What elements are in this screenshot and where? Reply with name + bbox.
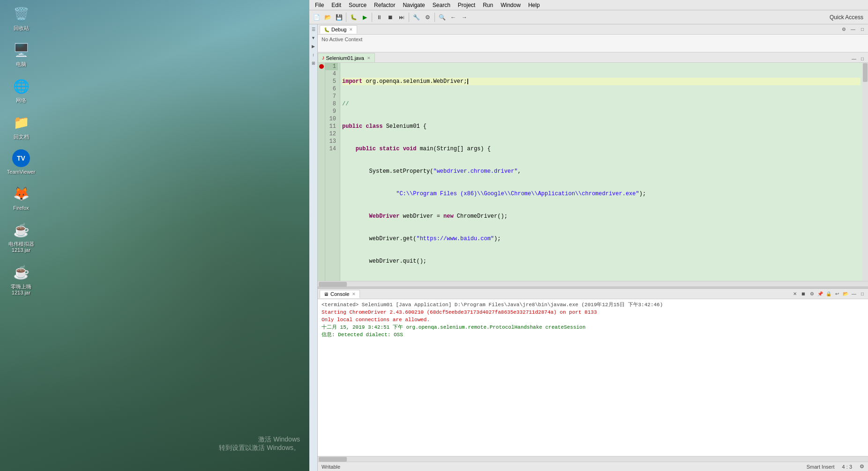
console-tab-left: 🖥 Console ✕: [320, 290, 360, 298]
editor-tab-selenium[interactable]: J Selenium01.java ✕: [318, 53, 375, 62]
debug-tab-label: Debug: [331, 27, 346, 32]
toolbar-btn-c[interactable]: ⏭: [397, 12, 407, 22]
desktop-background: [0, 0, 309, 471]
menu-navigate[interactable]: Navigate: [399, 1, 428, 9]
line-numbers: 1 4 5 6 7 8 9 10 11 12 13 14: [325, 63, 340, 281]
console-tab-bar: 🖥 Console ✕ ✕ ⏹ ⚙ 📌 🔒 ↩ 📂 —: [318, 289, 868, 299]
ide-main: 🐛 Debug ✕ ⚙ — □ No Active Context: [318, 24, 868, 471]
debug-panel: 🐛 Debug ✕ ⚙ — □ No Active Context: [318, 24, 868, 52]
toolbar-btn-h[interactable]: →: [459, 12, 470, 22]
debug-settings-btn[interactable]: ⚙: [840, 26, 847, 33]
firefox-icon: 🦊: [12, 184, 30, 203]
java1-label: 电伟模拟器1213.jar: [8, 241, 34, 253]
editor-tab-label: Selenium01.java: [326, 55, 364, 61]
java-file-icon: J: [322, 56, 324, 60]
console-tab-label: Console: [330, 291, 349, 297]
sidebar-btn-3[interactable]: ▶: [310, 43, 317, 50]
console-maximize-btn[interactable]: □: [859, 290, 866, 298]
debug-tab-close[interactable]: ✕: [349, 27, 353, 32]
debug-tab[interactable]: 🐛 Debug ✕: [320, 25, 357, 34]
desktop-icon-firefox[interactable]: 🦊 Firefox: [5, 184, 37, 211]
line-num-9: 9: [325, 108, 338, 115]
desktop-icon-computer[interactable]: 🖥️ 电脑: [5, 41, 37, 67]
code-line-11: webDriver.quit();: [342, 258, 861, 265]
status-settings-icon[interactable]: ⚙: [860, 464, 864, 470]
editor-h-scrollbar-thumb[interactable]: [319, 282, 347, 287]
firefox-label: Firefox: [13, 205, 29, 211]
menu-search[interactable]: Search: [429, 1, 454, 9]
editor-scrollbar-thumb[interactable]: [863, 63, 868, 82]
console-word-wrap-btn[interactable]: ↩: [833, 290, 841, 298]
console-tab-close[interactable]: ✕: [352, 292, 356, 296]
toolbar-btn-a[interactable]: ⏸: [374, 12, 384, 22]
status-position: 4 : 3: [842, 464, 852, 470]
toolbar-sep-1: [346, 13, 346, 22]
desktop-icon-network[interactable]: 🌐 网络: [5, 77, 37, 103]
computer-icon: 🖥️: [12, 41, 30, 59]
toolbar-sep-3: [409, 13, 409, 22]
menu-run[interactable]: Run: [479, 1, 497, 9]
console-settings-btn[interactable]: ⚙: [808, 290, 816, 298]
toolbar-run-btn[interactable]: ▶: [359, 12, 370, 22]
desktop-icon-java1[interactable]: ☕ 电伟模拟器1213.jar: [5, 221, 37, 253]
debug-tab-bar: 🐛 Debug ✕ ⚙ — □: [318, 24, 868, 35]
toolbar-btn-d[interactable]: 🔧: [411, 12, 421, 22]
code-editor[interactable]: 1 4 5 6 7 8 9 10 11 12 13 14 import org: [318, 63, 868, 281]
menu-project[interactable]: Project: [454, 1, 479, 9]
console-minimize-btn[interactable]: —: [850, 290, 858, 298]
toolbar-new-btn[interactable]: 📄: [311, 12, 322, 22]
toolbar-btn-e[interactable]: ⚙: [422, 12, 433, 22]
desktop-icon-java2[interactable]: ☕ 零嗨上嗨1213.jar: [5, 263, 37, 296]
debug-no-context: No Active Context: [322, 37, 362, 42]
sidebar-btn-4[interactable]: ↕: [310, 52, 317, 58]
line-num-1: 1: [325, 63, 338, 70]
console-scroll-lock-btn[interactable]: 🔒: [825, 290, 832, 298]
console-stop-btn[interactable]: ⏹: [800, 290, 807, 298]
desktop-icon-teamviewer[interactable]: TV TeamViewer: [5, 149, 37, 175]
desktop-icon-docs[interactable]: 📁 回文档: [5, 113, 37, 140]
line-num-8: 8: [325, 100, 338, 108]
network-label: 网络: [16, 97, 26, 103]
sidebar-btn-5[interactable]: ⊞: [310, 60, 317, 66]
sidebar-btn-1[interactable]: ☰: [310, 26, 317, 33]
toolbar-save-btn[interactable]: 💾: [334, 12, 344, 22]
java2-label: 零嗨上嗨1213.jar: [11, 284, 31, 296]
code-line-8: "C:\\Program Files (x86)\\Google\\Chrome…: [342, 190, 861, 198]
menu-source[interactable]: Source: [345, 1, 370, 9]
console-tab[interactable]: 🖥 Console ✕: [320, 290, 360, 298]
editor-maximize-btn[interactable]: □: [859, 55, 866, 62]
menu-edit[interactable]: Edit: [328, 1, 345, 9]
line-num-11: 11: [325, 123, 338, 130]
desktop-icon-recycle[interactable]: 🗑️ 回收站: [5, 5, 37, 31]
toolbar-open-btn[interactable]: 📂: [322, 12, 333, 22]
console-output-line-2: Only local connections are allowed.: [322, 316, 864, 324]
debug-minimize-btn[interactable]: —: [849, 26, 857, 33]
toolbar-btn-b[interactable]: ⏹: [385, 12, 396, 22]
console-info-line-2: 信息: Detected dialect: OSS: [322, 331, 864, 339]
menu-file[interactable]: File: [311, 1, 328, 9]
editor-tab-close[interactable]: ✕: [367, 56, 371, 60]
console-horizontal-scrollbar[interactable]: [318, 456, 868, 462]
ide-sidebar-left: ☰ ▼ ▶ ↕ ⊞: [309, 24, 318, 471]
editor-vertical-scrollbar[interactable]: [862, 63, 868, 281]
console-pin-btn[interactable]: 📌: [816, 290, 824, 298]
code-line-7: System.setProperty("webdriver.chrome.dri…: [342, 168, 861, 175]
menu-help[interactable]: Help: [524, 1, 544, 9]
editor-minimize-btn[interactable]: —: [850, 55, 858, 62]
line-num-7: 7: [325, 93, 338, 100]
quick-access-button[interactable]: Quick Access: [830, 14, 863, 21]
debug-content: No Active Context: [318, 35, 868, 44]
toolbar-btn-g[interactable]: ←: [448, 12, 458, 22]
menu-refactor[interactable]: Refactor: [370, 1, 399, 9]
toolbar-debug-btn[interactable]: 🐛: [348, 12, 359, 22]
menu-window[interactable]: Window: [497, 1, 524, 9]
status-right: Smart Insert 4 : 3 ⚙: [807, 464, 864, 470]
console-clear-btn[interactable]: ✕: [791, 290, 799, 298]
sidebar-btn-2[interactable]: ▼: [310, 35, 317, 41]
console-h-scrollbar-thumb[interactable]: [319, 457, 347, 462]
code-content[interactable]: import org.openqa.selenium.WebDriver; //…: [340, 63, 862, 281]
debug-maximize-btn[interactable]: □: [859, 26, 866, 33]
editor-horizontal-scrollbar[interactable]: [318, 281, 868, 287]
toolbar-btn-f[interactable]: 🔍: [437, 12, 447, 22]
console-open-file-btn[interactable]: 📂: [842, 290, 849, 298]
